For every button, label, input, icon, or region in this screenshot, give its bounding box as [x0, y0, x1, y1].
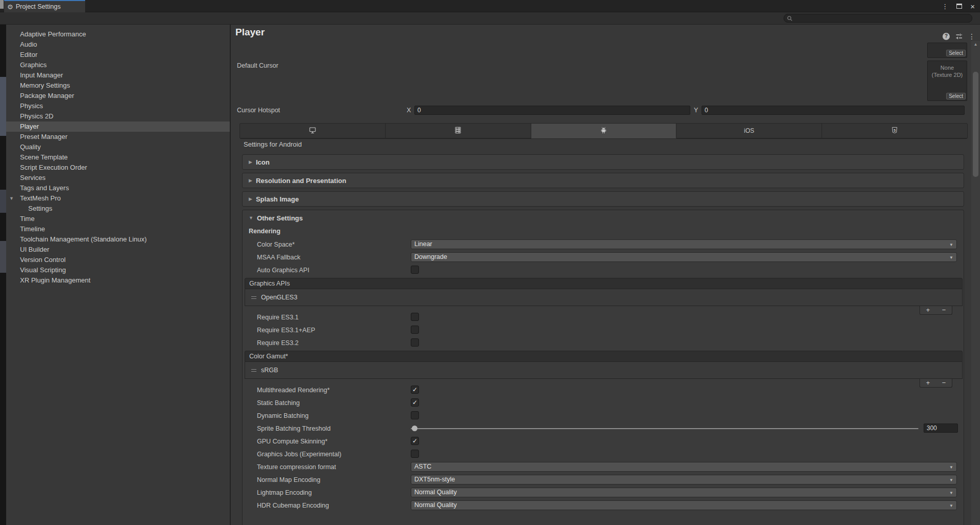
sidebar-item-xr-plugin-management[interactable]: XR Plugin Management — [6, 275, 230, 286]
sidebar-item-timeline[interactable]: Timeline — [6, 224, 230, 234]
scrollbar-thumb[interactable] — [973, 72, 978, 177]
dropdown-hdr-cubemap-encoding[interactable]: Normal Quality▼ — [411, 500, 957, 510]
drag-handle-icon[interactable] — [251, 369, 256, 372]
dropdown-lightmap-encoding[interactable]: Normal Quality▼ — [411, 488, 957, 497]
section-header-resolution-and-presentation[interactable]: ▶Resolution and Presentation — [242, 173, 964, 188]
foldout-closed-icon: ▶ — [249, 196, 252, 201]
platform-tab-dedicated-server[interactable] — [386, 124, 531, 138]
sidebar-item-audio[interactable]: Audio — [6, 39, 230, 50]
section-header-icon[interactable]: ▶Icon — [242, 154, 964, 170]
sidebar-item-scene-template[interactable]: Scene Template — [6, 152, 230, 163]
sidebar-item-memory-settings[interactable]: Memory Settings — [6, 80, 230, 91]
dropdown-normal-map-encoding[interactable]: DXT5nm-style▼ — [411, 475, 957, 484]
cursor-hotspot-y-field[interactable]: 0 — [702, 106, 965, 115]
sidebar-item-label: Version Control — [20, 256, 66, 264]
scroll-up-icon[interactable]: ▲ — [971, 42, 980, 47]
close-icon[interactable]: × — [970, 3, 975, 10]
cursor-hotspot-x-field[interactable]: 0 — [414, 106, 690, 115]
default-cursor-texture-well[interactable]: None (Texture 2D) Select — [927, 60, 967, 101]
dropdown-color-space-[interactable]: Linear▼ — [411, 239, 957, 249]
chevron-down-icon: ▼ — [949, 503, 953, 508]
section-header-splash-image[interactable]: ▶Splash Image — [242, 191, 964, 207]
platform-tab-standalone[interactable] — [240, 124, 386, 138]
sidebar-item-label: Memory Settings — [20, 82, 70, 89]
sidebar-item-ui-builder[interactable]: UI Builder — [6, 245, 230, 255]
main-scrollbar[interactable]: ▲ — [971, 41, 980, 525]
setting-row: Normal Map EncodingDXT5nm-style▼ — [243, 473, 964, 486]
checkbox-auto-graphics-api[interactable] — [411, 266, 419, 274]
checkbox-gpu-compute-skinning-[interactable]: ✓ — [411, 437, 419, 445]
presets-icon[interactable] — [955, 32, 963, 41]
checkbox-graphics-jobs-experimental-[interactable] — [411, 450, 419, 458]
sidebar-item-tags-and-layers[interactable]: Tags and Layers — [6, 183, 230, 193]
platform-tab-android[interactable] — [531, 124, 677, 138]
setting-label: MSAA Fallback — [257, 254, 301, 261]
foldout-open-icon[interactable]: ▼ — [9, 193, 14, 204]
sidebar-item-version-control[interactable]: Version Control — [6, 255, 230, 265]
tab-project-settings[interactable]: ⚙ Project Settings — [4, 0, 85, 12]
checkbox-dynamic-batching[interactable] — [411, 411, 419, 419]
sidebar-item-adaptive-performance[interactable]: Adaptive Performance — [6, 29, 230, 39]
sidebar-item-label: Physics 2D — [20, 112, 53, 120]
window-title: Project Settings — [16, 3, 61, 10]
setting-row: Lightmap EncodingNormal Quality▼ — [243, 486, 964, 499]
slider-track[interactable] — [411, 428, 918, 429]
select-button[interactable]: Select — [946, 50, 966, 56]
search-input[interactable] — [793, 15, 962, 22]
section-title: Splash Image — [256, 195, 299, 203]
sidebar-item-services[interactable]: Services — [6, 173, 230, 183]
setting-row: Dynamic Batching — [243, 409, 964, 422]
texture-well-partial[interactable]: Select — [927, 43, 967, 58]
checkbox-static-batching[interactable]: ✓ — [411, 398, 419, 407]
platform-tab-label: iOS — [744, 127, 754, 134]
list-header: Graphics APIs — [245, 278, 963, 289]
dropdown-msaa-fallback[interactable]: Downgrade▼ — [411, 252, 957, 262]
checkbox-require-es3-2[interactable] — [411, 338, 419, 347]
sidebar-item-visual-scripting[interactable]: Visual Scripting — [6, 265, 230, 275]
drag-handle-icon[interactable] — [251, 296, 256, 299]
sidebar-item-textmesh-pro[interactable]: ▼TextMesh Pro — [6, 193, 230, 204]
help-icon[interactable]: ? — [943, 33, 950, 40]
checkbox-multithreaded-rendering-[interactable]: ✓ — [411, 386, 419, 394]
android-icon — [599, 126, 608, 136]
list-item-label: OpenGLES3 — [261, 294, 297, 301]
platform-tab-webgl[interactable]: 5 — [822, 124, 967, 138]
sidebar-item-label: TextMesh Pro — [20, 194, 61, 202]
slider-handle[interactable] — [412, 426, 417, 431]
checkbox-require-es3-1-aep[interactable] — [411, 326, 419, 334]
sidebar-item-script-execution-order[interactable]: Script Execution Order — [6, 163, 230, 173]
sidebar-item-label: Script Execution Order — [20, 164, 87, 171]
sidebar-item-settings[interactable]: Settings — [6, 204, 230, 214]
sidebar-item-editor[interactable]: Editor — [6, 50, 230, 60]
select-button[interactable]: Select — [946, 93, 966, 99]
maximize-icon[interactable] — [956, 4, 962, 9]
sidebar-item-physics[interactable]: Physics — [6, 101, 230, 111]
sidebar-item-player[interactable]: Player — [6, 122, 230, 132]
section-header-other-settings[interactable]: ▼ Other Settings — [243, 210, 964, 226]
sidebar-item-toolchain-management-standalone-linux-[interactable]: Toolchain Management (Standalone Linux) — [6, 234, 230, 245]
background-patch — [0, 77, 6, 136]
section-title: Other Settings — [257, 214, 303, 222]
panel-menu-icon[interactable]: ⋮ — [968, 33, 975, 40]
setting-label: Normal Map Encoding — [257, 476, 321, 483]
sidebar-item-physics-2d[interactable]: Physics 2D — [6, 111, 230, 122]
platform-heading: Settings for Android — [244, 140, 302, 148]
sidebar-item-quality[interactable]: Quality — [6, 142, 230, 152]
sidebar-item-graphics[interactable]: Graphics — [6, 60, 230, 70]
window-menu-icon[interactable]: ⋮ — [942, 3, 948, 10]
sidebar-item-package-manager[interactable]: Package Manager — [6, 91, 230, 101]
slider-value-field[interactable]: 300 — [924, 423, 958, 433]
dropdown-texture-compression-format[interactable]: ASTC▼ — [411, 462, 957, 472]
sidebar-item-input-manager[interactable]: Input Manager — [6, 70, 230, 80]
platform-tab-ios[interactable]: iOS — [676, 124, 822, 138]
sidebar-item-time[interactable]: Time — [6, 214, 230, 224]
setting-label: Require ES3.1+AEP — [257, 327, 315, 334]
list-item[interactable]: OpenGLES3 — [245, 289, 962, 306]
sidebar-item-preset-manager[interactable]: Preset Manager — [6, 132, 230, 142]
search-box[interactable] — [784, 14, 972, 23]
dropdown-value: DXT5nm-style — [414, 476, 455, 483]
list-header: Color Gamut* — [245, 351, 963, 362]
checkbox-require-es3-1[interactable] — [411, 313, 419, 321]
monitor-icon — [308, 126, 317, 136]
list-item[interactable]: sRGB — [245, 362, 962, 378]
